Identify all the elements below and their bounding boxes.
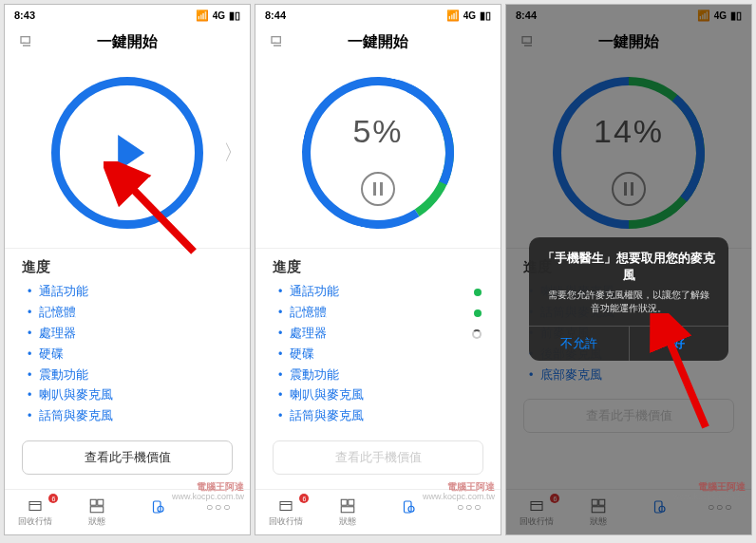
- check-list: 通話功能 記憶體 處理器 硬碟 震動功能 喇叭與麥克風 話筒與麥克風: [273, 282, 483, 427]
- play-icon: [118, 135, 144, 171]
- phone-3: 8:44 📶 4G ▮▯ 一鍵開始 14% 「手機醫生」想要取用您的麥克風 需要: [505, 4, 752, 535]
- recycle-icon: [277, 497, 294, 515]
- signal-icon: 📶: [697, 9, 710, 22]
- tab-label: 狀態: [590, 516, 607, 528]
- tab-label: [469, 514, 471, 523]
- list-item: 通話功能: [28, 282, 233, 303]
- tab-status[interactable]: 狀態: [66, 490, 128, 534]
- pause-button[interactable]: [361, 172, 395, 206]
- svg-rect-4: [98, 499, 104, 505]
- tab-label: [658, 517, 660, 527]
- screenshot-row: 8:43 📶 4G ▮▯ 一鍵開始 〉 進度: [0, 0, 756, 539]
- list-item: 震動功能: [278, 365, 483, 386]
- progress-percent: 14%: [553, 113, 705, 150]
- svg-rect-10: [341, 499, 347, 505]
- menu-icon[interactable]: [18, 33, 35, 50]
- network-badge: 4G: [714, 10, 727, 21]
- tab-label: 狀態: [88, 516, 105, 528]
- dialog-buttons: 不允許 好: [529, 326, 728, 361]
- menu-icon: [520, 33, 537, 50]
- watermark: 電腦王阿達www.kocpc.com.tw: [172, 481, 244, 502]
- section-header: 進度: [273, 258, 483, 276]
- chevron-right-icon[interactable]: 〉: [223, 139, 244, 167]
- phone-2: 8:44 📶 4G ▮▯ 一鍵開始 5% 進度 通話功能: [255, 4, 501, 535]
- progress-section: 進度 通話功能 記憶體 處理器 硬碟 震動功能 喇叭與麥克風 話筒與麥克風: [5, 248, 250, 433]
- value-button[interactable]: 查看此手機價值: [22, 440, 233, 475]
- tab-status: 狀態: [568, 490, 630, 534]
- page-title: 一鍵開始: [598, 32, 659, 52]
- battery-icon: ▮▯: [480, 9, 491, 22]
- page-title: 一鍵開始: [348, 32, 408, 52]
- tab-badge: 6: [299, 494, 309, 503]
- list-item: 記憶體: [278, 303, 483, 324]
- svg-rect-2: [29, 501, 41, 510]
- svg-rect-0: [21, 37, 29, 44]
- value-button: 查看此手機價值: [523, 399, 734, 433]
- dialog-allow-button[interactable]: 好: [630, 327, 729, 361]
- dialog-title: 「手機醫生」想要取用您的麥克風: [529, 237, 728, 286]
- list-item: 底部麥克風: [529, 365, 734, 386]
- svg-rect-18: [592, 499, 597, 505]
- list-item: 話筒與麥克風: [28, 406, 233, 427]
- signal-icon: 📶: [446, 9, 460, 22]
- tab-recycle: 6 回收行情: [506, 490, 568, 534]
- progress-section: 進度 通話功能 記憶體 處理器 硬碟 震動功能 喇叭與麥克風 話筒與麥克風: [255, 248, 501, 433]
- value-btn-row: 查看此手機價值: [5, 433, 250, 484]
- list-item: 硬碟: [278, 345, 483, 365]
- status-pass-icon: [474, 309, 482, 317]
- svg-rect-17: [531, 501, 542, 510]
- tab-recycle[interactable]: 6 回收行情: [5, 490, 66, 534]
- tab-label: 回收行情: [269, 516, 303, 528]
- more-icon: ○○○: [457, 502, 483, 512]
- clock: 8:44: [265, 9, 286, 21]
- recycle-icon: [27, 497, 44, 515]
- recycle-icon: [528, 497, 545, 515]
- magnify-icon: [400, 498, 417, 515]
- battery-icon: ▮▯: [730, 9, 742, 22]
- pause-button: [612, 172, 646, 206]
- value-btn-row: 查看此手機價值: [255, 433, 501, 484]
- svg-rect-3: [90, 499, 96, 505]
- more-icon: ○○○: [206, 502, 233, 512]
- tab-badge: 6: [48, 494, 58, 503]
- page-title: 一鍵開始: [97, 32, 158, 52]
- status-right: 📶 4G ▮▯: [446, 9, 491, 22]
- start-gauge[interactable]: [51, 77, 203, 229]
- svg-rect-20: [592, 506, 605, 512]
- tab-label: [407, 517, 409, 527]
- list-item: 處理器: [278, 324, 483, 345]
- status-bar: 8:43 📶 4G ▮▯: [5, 5, 250, 26]
- dialog-body: 需要您允許麥克風權限，以讓您了解錄音功能運作狀況。: [529, 286, 728, 326]
- signal-icon: 📶: [196, 9, 209, 22]
- watermark: 電腦王阿達www.kocpc.com.tw: [423, 481, 495, 502]
- progress-percent: 5%: [302, 113, 454, 150]
- list-item: 喇叭與麥克風: [278, 385, 483, 406]
- more-icon: ○○○: [708, 502, 734, 512]
- value-button: 查看此手機價值: [273, 440, 483, 475]
- svg-rect-11: [349, 499, 354, 505]
- tab-label: 狀態: [339, 516, 356, 528]
- tab-label: 回收行情: [18, 516, 52, 528]
- menu-icon[interactable]: [269, 33, 286, 50]
- svg-rect-19: [599, 499, 605, 505]
- list-item: 記憶體: [28, 303, 233, 324]
- status-icon: [590, 497, 607, 515]
- svg-point-22: [659, 506, 665, 512]
- list-item: 喇叭與麥克風: [28, 385, 233, 406]
- status-loading-icon: [472, 329, 482, 339]
- gauge-area: 14%: [506, 58, 751, 248]
- status-right: 📶 4G ▮▯: [196, 9, 240, 22]
- svg-rect-12: [341, 506, 354, 512]
- tab-label: [157, 517, 159, 527]
- phone-1: 8:43 📶 4G ▮▯ 一鍵開始 〉 進度: [4, 4, 251, 535]
- header: 一鍵開始: [506, 26, 751, 58]
- permission-dialog: 「手機醫生」想要取用您的麥克風 需要您允許麥克風權限，以讓您了解錄音功能運作狀況…: [529, 237, 728, 361]
- dialog-deny-button[interactable]: 不允許: [529, 327, 630, 361]
- network-badge: 4G: [463, 10, 476, 21]
- svg-rect-21: [655, 501, 663, 513]
- tab-status[interactable]: 狀態: [317, 490, 379, 534]
- svg-rect-9: [280, 501, 292, 510]
- tab-recycle[interactable]: 6 回收行情: [255, 490, 317, 534]
- status-bar: 8:44 📶 4G ▮▯: [506, 5, 751, 26]
- tab-label: [218, 514, 220, 523]
